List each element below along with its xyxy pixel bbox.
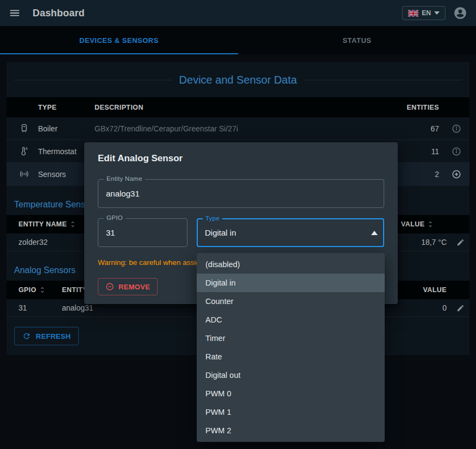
caret-up-icon — [371, 231, 378, 235]
type-select[interactable]: Type Digital in — [197, 218, 384, 247]
menu-item-pwm1[interactable]: PWM 1 — [197, 403, 385, 421]
gpio-field[interactable]: GPIO — [98, 218, 187, 247]
gpio-input[interactable] — [106, 228, 179, 237]
remove-circle-icon — [105, 282, 114, 291]
type-dropdown-menu: (disabled) Digital in Counter ADC Timer … — [197, 253, 385, 442]
menu-item-timer[interactable]: Timer — [197, 329, 385, 347]
entity-name-field[interactable]: Entity Name — [98, 179, 384, 208]
remove-button[interactable]: REMOVE — [98, 278, 158, 295]
gpio-label: GPIO — [104, 214, 126, 221]
menu-item-rate[interactable]: Rate — [197, 347, 385, 366]
menu-item-disabled[interactable]: (disabled) — [197, 255, 385, 274]
menu-item-pwm0[interactable]: PWM 0 — [197, 384, 385, 403]
menu-item-adc[interactable]: ADC — [197, 311, 385, 329]
type-label: Type — [203, 215, 222, 222]
entity-name-label: Entity Name — [104, 175, 145, 182]
menu-item-digital-out[interactable]: Digital out — [197, 366, 385, 384]
menu-item-pwm2[interactable]: PWM 2 — [197, 421, 385, 440]
menu-item-counter[interactable]: Counter — [197, 292, 385, 311]
dialog-title: Edit Analog Sensor — [84, 142, 398, 164]
type-selected-value: Digital in — [205, 228, 236, 237]
entity-name-input[interactable] — [106, 189, 376, 198]
menu-item-digital-in[interactable]: Digital in — [197, 274, 385, 292]
